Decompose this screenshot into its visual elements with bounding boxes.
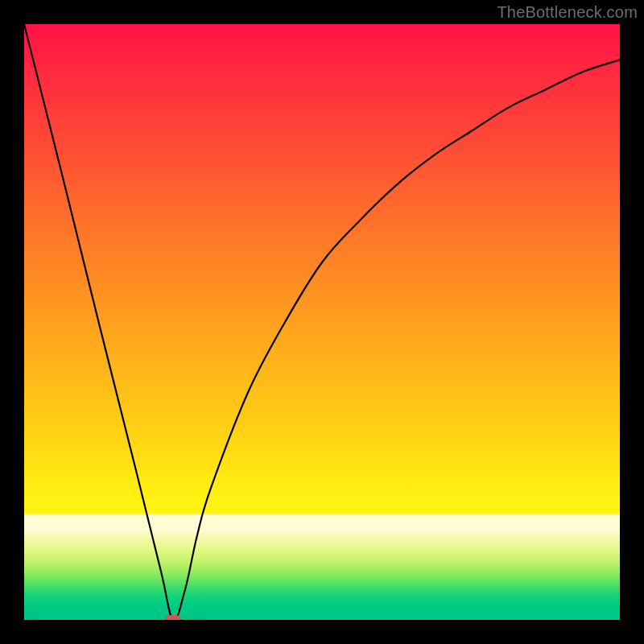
minimum-marker [165, 615, 181, 620]
attribution-text: TheBottleneck.com [497, 3, 638, 22]
curve-line [24, 24, 620, 620]
chart-svg [24, 24, 620, 620]
plot-area [24, 24, 620, 620]
chart-frame: TheBottleneck.com [0, 0, 644, 644]
